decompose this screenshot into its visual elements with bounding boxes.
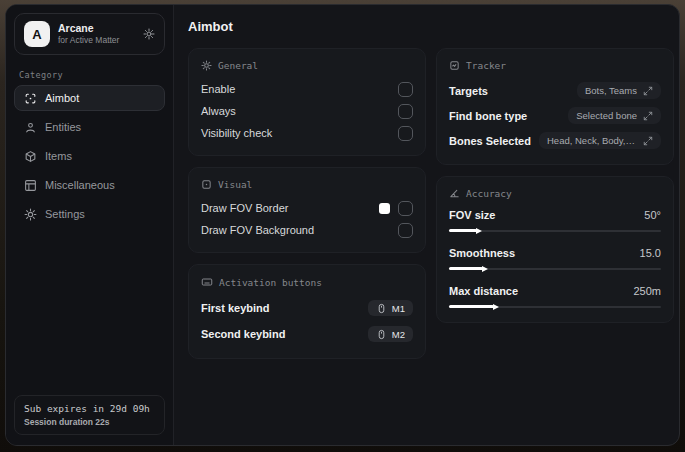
sidebar-item-items[interactable]: Items bbox=[14, 143, 165, 169]
max-distance-slider[interactable] bbox=[449, 302, 661, 311]
visibility-check-checkbox[interactable] bbox=[398, 126, 413, 141]
keybind-value: M1 bbox=[392, 303, 405, 314]
slider-fill bbox=[449, 229, 477, 232]
mouse-icon bbox=[376, 329, 387, 340]
setting-row-second-keybind: Second keybind M2 bbox=[201, 321, 413, 347]
left-column: General Enable Always Visibility check bbox=[188, 48, 426, 359]
sidebar-item-aimbot[interactable]: Aimbot bbox=[14, 85, 165, 111]
setting-row-targets: Targets Bots, Teams bbox=[449, 78, 661, 103]
accuracy-section: Accuracy FOV size 50° bbox=[436, 176, 674, 323]
section-title: General bbox=[218, 60, 258, 71]
sidebar-item-label: Miscellaneous bbox=[45, 179, 115, 191]
sidebar-item-entities[interactable]: Entities bbox=[14, 114, 165, 140]
fov-border-color-swatch[interactable] bbox=[379, 203, 390, 214]
sidebar-item-label: Settings bbox=[45, 208, 85, 220]
enable-checkbox[interactable] bbox=[398, 82, 413, 97]
angle-icon bbox=[449, 188, 460, 199]
max-distance-setting: Max distance 250m bbox=[449, 282, 661, 311]
slider-value: 250m bbox=[633, 285, 661, 297]
setting-label: Second keybind bbox=[201, 328, 285, 340]
right-column: Tracker Targets Bots, Teams Find bone ty… bbox=[436, 48, 674, 323]
dropdown-value: Head, Neck, Body, Pe.. bbox=[547, 135, 637, 146]
tracker-section: Tracker Targets Bots, Teams Find bone ty… bbox=[436, 48, 674, 165]
activity-square-icon bbox=[449, 60, 460, 71]
first-keybind-button[interactable]: M1 bbox=[368, 300, 413, 316]
sidebar-item-label: Entities bbox=[45, 121, 81, 133]
sidebar-item-miscellaneous[interactable]: Miscellaneous bbox=[14, 172, 165, 198]
general-section: General Enable Always Visibility check bbox=[188, 48, 426, 156]
focus-square-icon bbox=[201, 179, 212, 190]
main-content: Aimbot General Enable Alw bbox=[174, 5, 680, 445]
smoothness-slider[interactable] bbox=[449, 264, 661, 273]
smoothness-setting: Smoothness 15.0 bbox=[449, 244, 661, 273]
dropdown-value: Selected bone bbox=[576, 110, 637, 121]
gear-icon[interactable] bbox=[143, 28, 155, 40]
always-checkbox[interactable] bbox=[398, 104, 413, 119]
grid-layout-icon bbox=[24, 179, 37, 192]
sub-expires-text: Sub expires in 29d 09h bbox=[24, 403, 155, 414]
setting-label: Bones Selected bbox=[449, 135, 531, 147]
setting-label: Max distance bbox=[449, 285, 518, 297]
keybind-value: M2 bbox=[392, 329, 405, 340]
section-title: Activation buttons bbox=[219, 277, 322, 288]
expand-icon bbox=[643, 111, 653, 121]
brand-card: A Arcane for Active Matter bbox=[14, 13, 165, 55]
section-title: Tracker bbox=[466, 60, 506, 71]
find-bone-type-dropdown[interactable]: Selected bone bbox=[568, 107, 661, 124]
setting-row-bones-selected: Bones Selected Head, Neck, Body, Pe.. bbox=[449, 128, 661, 153]
setting-label: Targets bbox=[449, 85, 488, 97]
dropdown-value: Bots, Teams bbox=[585, 85, 637, 96]
slider-thumb[interactable] bbox=[476, 228, 482, 234]
brand-text: Arcane for Active Matter bbox=[58, 22, 135, 46]
setting-label: Draw FOV Border bbox=[201, 202, 288, 214]
mouse-icon bbox=[376, 303, 387, 314]
fov-border-checkbox[interactable] bbox=[398, 201, 413, 216]
expand-icon bbox=[643, 86, 653, 96]
setting-label: FOV size bbox=[449, 209, 495, 221]
setting-label: Visibility check bbox=[201, 127, 272, 139]
sidebar-item-label: Aimbot bbox=[45, 92, 79, 104]
setting-label: First keybind bbox=[201, 302, 269, 314]
slider-value: 15.0 bbox=[640, 247, 661, 259]
slider-fill bbox=[449, 267, 483, 270]
subscription-info-card: Sub expires in 29d 09h Session duration … bbox=[14, 395, 165, 435]
person-icon bbox=[24, 121, 37, 134]
activation-buttons-section: Activation buttons First keybind M1 Seco… bbox=[188, 264, 426, 359]
page-title: Aimbot bbox=[188, 19, 674, 34]
app-window: A Arcane for Active Matter Category Aimb… bbox=[5, 4, 680, 446]
expand-icon bbox=[643, 136, 653, 146]
setting-row-fov-border: Draw FOV Border bbox=[201, 197, 413, 219]
setting-label: Enable bbox=[201, 83, 235, 95]
fov-size-slider[interactable] bbox=[449, 226, 661, 235]
setting-label: Draw FOV Background bbox=[201, 224, 314, 236]
session-duration-text: Session duration 22s bbox=[24, 417, 155, 427]
cube-icon bbox=[24, 150, 37, 163]
app-logo: A bbox=[24, 21, 50, 47]
setting-row-find-bone-type: Find bone type Selected bone bbox=[449, 103, 661, 128]
targets-dropdown[interactable]: Bots, Teams bbox=[577, 82, 661, 99]
sidebar-item-label: Items bbox=[45, 150, 72, 162]
fov-background-checkbox[interactable] bbox=[398, 223, 413, 238]
category-nav: Aimbot Entities Items Miscellaneous bbox=[6, 85, 173, 230]
category-label: Category bbox=[19, 70, 160, 80]
bones-selected-dropdown[interactable]: Head, Neck, Body, Pe.. bbox=[539, 132, 661, 149]
visual-section: Visual Draw FOV Border Draw FOV Backgrou… bbox=[188, 167, 426, 253]
crosshair-frame-icon bbox=[24, 92, 37, 105]
setting-row-always: Always bbox=[201, 100, 413, 122]
gear-icon bbox=[201, 60, 212, 71]
gear-icon bbox=[24, 208, 37, 221]
slider-thumb[interactable] bbox=[482, 266, 488, 272]
sidebar: A Arcane for Active Matter Category Aimb… bbox=[6, 5, 174, 445]
keyboard-icon bbox=[201, 276, 213, 288]
setting-row-enable: Enable bbox=[201, 78, 413, 100]
sidebar-item-settings[interactable]: Settings bbox=[14, 201, 165, 227]
setting-row-visibility-check: Visibility check bbox=[201, 122, 413, 144]
slider-thumb[interactable] bbox=[493, 304, 499, 310]
brand-subtitle: for Active Matter bbox=[58, 35, 135, 46]
setting-row-fov-background: Draw FOV Background bbox=[201, 219, 413, 241]
slider-fill bbox=[449, 305, 494, 308]
brand-title: Arcane bbox=[58, 22, 135, 35]
second-keybind-button[interactable]: M2 bbox=[368, 326, 413, 342]
setting-row-first-keybind: First keybind M1 bbox=[201, 295, 413, 321]
section-title: Accuracy bbox=[466, 188, 512, 199]
